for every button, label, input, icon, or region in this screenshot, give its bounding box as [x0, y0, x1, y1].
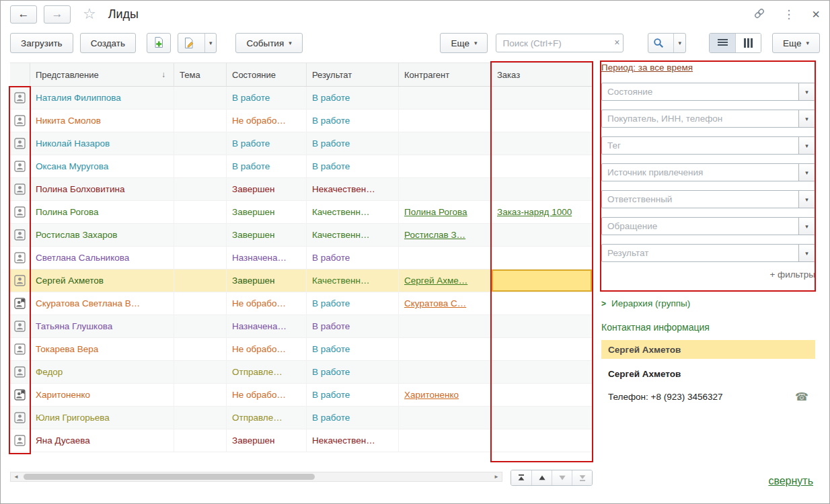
column-header-result[interactable]: Результат: [307, 63, 399, 86]
table-row[interactable]: Николай НазаровВ работеВ работе: [10, 132, 593, 155]
add-filters-link[interactable]: + фильтры: [601, 269, 815, 280]
go-to-bottom-button[interactable]: [572, 470, 592, 485]
back-button[interactable]: ←: [10, 5, 37, 24]
filter-combo[interactable]: Тег▾: [601, 136, 815, 155]
kebab-menu-icon[interactable]: ⋮: [783, 9, 794, 20]
back-icon: ←: [18, 7, 30, 21]
chevron-down-icon[interactable]: ▾: [798, 164, 815, 181]
chevron-down-icon[interactable]: ▾: [798, 218, 815, 235]
lead-name: Никита Смолов: [30, 110, 174, 132]
events-button[interactable]: События ▾: [235, 33, 302, 53]
filter-combo[interactable]: Покупатель, ИНН, телефон▾: [601, 110, 815, 128]
edit-document-icon[interactable]: [178, 34, 200, 52]
lead-theme: [174, 338, 227, 360]
search-icon[interactable]: [648, 34, 669, 52]
order-link[interactable]: Заказ-наряд 1000: [497, 207, 572, 217]
forward-button[interactable]: →: [44, 5, 71, 24]
search-split-button[interactable]: ▾: [648, 33, 686, 53]
column-header-state[interactable]: Состояние: [227, 63, 307, 86]
person-flag-icon: [10, 292, 30, 314]
table-row[interactable]: Скуратова Светлана В…Не обрабо…В работеС…: [10, 292, 593, 315]
list-view-button[interactable]: [710, 34, 735, 52]
filter-combo[interactable]: Ответственный▾: [601, 190, 815, 208]
lead-order: [492, 178, 593, 200]
column-header-counterparty[interactable]: Контрагент: [399, 63, 492, 86]
lead-name: Полина Рогова: [30, 201, 174, 223]
table-row[interactable]: Юлия ГригорьеваОтправле…В работе: [10, 407, 593, 429]
contact-selected-row[interactable]: Сергей Ахметов: [601, 340, 815, 359]
chevron-down-icon[interactable]: ▾: [798, 245, 815, 261]
scroll-left-icon[interactable]: ◄: [11, 474, 22, 480]
table-row[interactable]: Татьяна ГлушковаНазначена…В работе: [10, 315, 593, 338]
lead-state: Назначена…: [227, 315, 307, 337]
table-row[interactable]: Никита СмоловНе обрабо…В работе: [10, 110, 593, 132]
favorite-star-icon[interactable]: ☆: [83, 5, 96, 23]
lead-result: Качественн…: [307, 269, 399, 292]
scrollbar-track[interactable]: [22, 472, 491, 481]
horizontal-scrollbar[interactable]: ◄ ►: [10, 472, 502, 482]
counterparty-link[interactable]: Сергей Ахме…: [404, 276, 467, 286]
filter-combo[interactable]: Источник привлечения▾: [601, 163, 815, 181]
lead-name: Полина Болховитина: [30, 178, 174, 200]
table-row[interactable]: ХаритоненкоНе обрабо…В работеХаритоненко: [10, 384, 593, 407]
counterparty-link[interactable]: Полина Рогова: [404, 207, 467, 217]
counterparty-link[interactable]: Харитоненко: [404, 390, 459, 400]
lead-theme: [174, 132, 227, 155]
lead-state: Не обрабо…: [227, 338, 307, 360]
column-view-button[interactable]: [735, 34, 761, 52]
filter-combo[interactable]: Обращение▾: [601, 217, 815, 235]
period-filter-link[interactable]: Период: за все время: [601, 62, 693, 73]
filter-combo[interactable]: Результат▾: [601, 244, 815, 262]
go-to-top-button[interactable]: [511, 470, 531, 485]
lead-theme: [174, 201, 227, 223]
copy-document-split-button[interactable]: ▾: [178, 33, 217, 53]
move-down-button[interactable]: [552, 470, 572, 485]
table-row[interactable]: Светлана СальниковаНазначена…В работе: [10, 247, 593, 269]
move-down-icon: [558, 474, 566, 482]
chevron-down-icon[interactable]: ▾: [798, 137, 815, 154]
table-row[interactable]: Оксана МуруговаВ работеВ работе: [10, 155, 593, 178]
table-row[interactable]: Наталия ФилипповаВ работеВ работе: [10, 87, 593, 110]
table-row[interactable]: Полина РоговаЗавершенКачественн…Полина Р…: [10, 201, 593, 224]
scroll-right-icon[interactable]: ►: [491, 474, 502, 480]
more-button-right[interactable]: Еще ▾: [772, 33, 820, 53]
column-header-order[interactable]: Заказ: [492, 63, 593, 86]
search-input[interactable]: [496, 34, 624, 52]
filter-combo[interactable]: Состояние▾: [601, 83, 815, 101]
lead-counterparty: [399, 87, 492, 109]
column-header-representation[interactable]: Представление ↓: [30, 63, 174, 86]
table-row[interactable]: Полина БолховитинаЗавершенНекачествен…: [10, 178, 593, 201]
lead-theme: [174, 269, 227, 292]
create-new-document-button[interactable]: [147, 33, 171, 53]
table-row[interactable]: Токарева ВераНе обрабо…В работе: [10, 338, 593, 361]
create-button[interactable]: Создать: [80, 33, 136, 53]
table-row[interactable]: Сергей АхметовЗавершенКачественн…Сергей …: [10, 269, 593, 292]
chevron-down-icon[interactable]: ▾: [204, 34, 217, 52]
lead-order: Заказ-наряд 1000: [492, 201, 593, 223]
phone-icon[interactable]: ☎: [795, 390, 808, 403]
leads-table: Представление ↓ Тема Состояние Результат…: [10, 62, 593, 452]
table-row[interactable]: Яна ДусаеваЗавершенНекачествен…: [10, 429, 593, 452]
chevron-down-icon[interactable]: ▾: [798, 83, 815, 100]
scrollbar-thumb[interactable]: [24, 474, 315, 480]
person-icon: [10, 247, 30, 269]
filter-placeholder: Состояние: [602, 83, 798, 100]
counterparty-link[interactable]: Ростислав З…: [404, 230, 465, 240]
move-up-button[interactable]: [531, 470, 552, 485]
close-icon[interactable]: ×: [812, 7, 820, 21]
table-row[interactable]: ФедорОтправле…В работе: [10, 361, 593, 384]
chevron-down-icon[interactable]: ▾: [798, 110, 815, 127]
load-button[interactable]: Загрузить: [10, 33, 73, 53]
table-row[interactable]: Ростислав ЗахаровЗавершенКачественн…Рост…: [10, 224, 593, 247]
more-button-left[interactable]: Еще ▾: [440, 33, 488, 53]
link-icon[interactable]: [753, 7, 765, 22]
chevron-down-icon[interactable]: ▾: [798, 191, 815, 208]
counterparty-link[interactable]: Скуратова С…: [404, 298, 466, 308]
hierarchy-group-toggle[interactable]: > Иерархия (группы): [601, 298, 815, 308]
lead-theme: [174, 361, 227, 383]
forward-icon: →: [52, 7, 63, 21]
chevron-down-icon[interactable]: ▾: [673, 34, 685, 52]
clear-search-icon[interactable]: ×: [614, 37, 619, 48]
column-header-theme[interactable]: Тема: [174, 63, 227, 86]
collapse-link[interactable]: свернуть: [768, 475, 813, 487]
